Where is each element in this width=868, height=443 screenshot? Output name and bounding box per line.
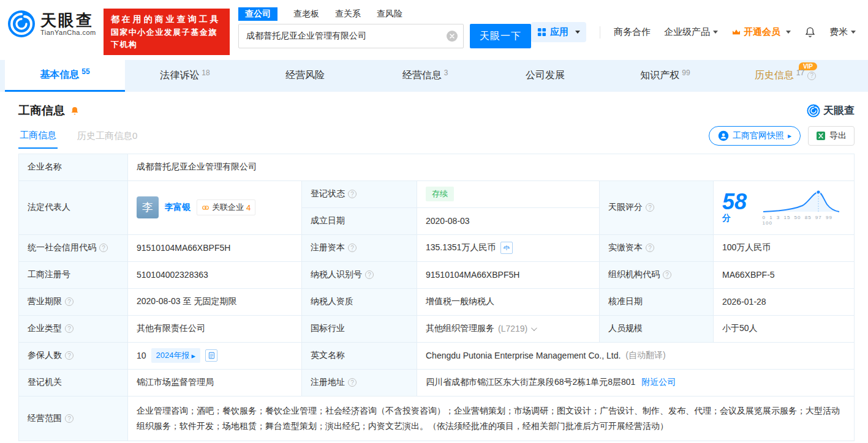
value-text: 增值税一般纳税人 (426, 296, 494, 307)
excel-icon (816, 131, 826, 141)
related-companies-count: 4 (246, 203, 251, 212)
help-icon[interactable]: ? (646, 203, 654, 212)
help-icon[interactable]: ? (663, 270, 671, 279)
help-icon[interactable]: ? (65, 351, 74, 360)
staff-size-label: 人员规模 (600, 316, 714, 343)
legal-rep-name-link[interactable]: 李富银 (165, 202, 191, 213)
industry-value[interactable]: 其他组织管理服务 (L7219) (417, 316, 600, 343)
insured-count-label: 参保人数 ? (19, 343, 128, 370)
value-text: 91510104MA66XBPF5H (426, 270, 519, 280)
insured-count-value: 10 2024年报 ▸ (128, 343, 302, 370)
approval-date-value: 2026-01-28 (714, 289, 855, 316)
caret-down-icon (851, 31, 856, 34)
value-text: 其他有限责任公司 (137, 323, 205, 334)
capital-converter-icon[interactable] (500, 242, 513, 254)
score-number: 58 (722, 189, 747, 214)
legal-rep-avatar[interactable]: 李 (137, 196, 159, 218)
help-icon[interactable]: ? (99, 244, 108, 252)
annual-report-icon[interactable] (205, 349, 217, 362)
search-tab-relation[interactable]: 查关系 (335, 7, 361, 21)
chain-link-icon (202, 204, 209, 212)
annual-report-tag[interactable]: 2024年报 ▸ (151, 348, 200, 363)
subtab-history-business-info[interactable]: 历史工商信息0 (76, 124, 138, 148)
search-input[interactable] (238, 24, 464, 48)
export-button[interactable]: 导出 (808, 126, 855, 146)
help-icon[interactable]: ? (65, 324, 74, 333)
help-icon[interactable]: ? (65, 297, 74, 306)
tab-label: 历史信息 (755, 69, 794, 82)
label-text: 经营范围 (28, 413, 62, 424)
taxpayer-quality-value: 增值税一般纳税人 (417, 289, 600, 316)
clear-search-icon[interactable] (447, 31, 458, 42)
top-navigation: 应用 商务合作 企业级产品 开通会员 费米 (531, 22, 856, 42)
tab-operating-risk[interactable]: 经营风险 (245, 60, 365, 92)
official-snapshot-button[interactable]: 工商官网快照 ▸ (709, 126, 801, 146)
help-icon[interactable]: ? (365, 270, 374, 279)
enterprise-products-menu[interactable]: 企业级产品 (664, 26, 718, 38)
open-vip-menu[interactable]: 开通会员 (731, 26, 791, 38)
value-text: 100万人民币 (722, 242, 771, 253)
help-icon[interactable]: ? (348, 378, 357, 387)
tab-history-info[interactable]: VIP 历史信息 17 ? (725, 60, 845, 92)
help-icon[interactable]: ? (646, 244, 654, 252)
company-name-value: 成都普托尼亚企业管理有限公司 (128, 154, 855, 181)
establish-date-value: 2020-08-03 (417, 208, 600, 235)
reg-number-value: 510104002328363 (128, 262, 302, 289)
approval-date-label: 核准日期 (600, 289, 714, 316)
subscribe-bell-icon[interactable] (70, 106, 80, 116)
nearby-companies-link[interactable]: 附近公司 (641, 377, 676, 388)
related-companies-label: 关联企业 (212, 202, 244, 213)
notifications-bell[interactable] (804, 26, 816, 38)
tab-label: 经营信息 (402, 69, 442, 82)
tianyancha-logo[interactable]: 天眼查 TianYanCha.com (7, 10, 96, 38)
help-icon[interactable]: ? (807, 72, 816, 80)
tab-company-development[interactable]: 公司发展 (485, 60, 605, 92)
search-tab-risk[interactable]: 查风险 (377, 7, 402, 21)
page-header: 天眼查 TianYanCha.com 都在用的商业查询工具 国家中小企业发展子基… (0, 0, 868, 60)
value-text: 10 (137, 351, 146, 360)
org-code-value: MA66XBPF-5 (714, 262, 855, 289)
value-text: Chengdu Putonia Enterprise Management Co… (426, 351, 621, 360)
score-axis-labels: 0 1 3 15 50 85 97 99 100 (762, 215, 845, 226)
caret-down-icon (786, 31, 791, 34)
user-name: 费米 (829, 26, 848, 38)
tab-count: 99 (682, 69, 690, 77)
crown-icon (731, 28, 741, 37)
search-button[interactable]: 天眼一下 (470, 24, 531, 48)
tab-legal-proceedings[interactable]: 法律诉讼 18 (125, 60, 245, 92)
business-scope-value: 企业管理咨询；酒吧；餐饮服务；餐饮企业管理；社会经济咨询（不含投资咨询）；企业营… (128, 396, 855, 441)
apps-menu[interactable]: 应用 (531, 22, 586, 42)
banner-line1: 都在用的商业查询工具 (111, 13, 222, 26)
value-text: 2020-08-03 (426, 216, 470, 226)
tab-intellectual-property[interactable]: 知识产权 99 (605, 60, 725, 92)
subtab-business-info[interactable]: 工商信息 (18, 124, 58, 149)
nav-divider (600, 26, 600, 39)
tab-basic-info[interactable]: 基本信息 55 (5, 60, 125, 92)
help-icon[interactable]: ? (348, 190, 357, 198)
paid-capital-label: 实缴资本 ? (600, 235, 714, 262)
company-detail-tabbar: 基本信息 55 法律诉讼 18 经营风险 经营信息 3 公司发展 知识产权 99… (0, 60, 868, 92)
english-name-value: Chengdu Putonia Enterprise Management Co… (417, 343, 855, 370)
help-icon[interactable]: ? (348, 244, 357, 252)
score-distribution-chart[interactable]: 0 1 3 15 50 85 97 99 100 (762, 190, 845, 226)
related-companies-tag[interactable]: 关联企业 4 (197, 199, 255, 215)
logo-title: 天眼查 (40, 12, 96, 29)
label-text: 参保人数 (28, 350, 62, 361)
caret-down-icon (575, 31, 580, 34)
apps-menu-label: 应用 (550, 26, 568, 38)
help-icon[interactable]: ? (65, 414, 74, 423)
label-text: 纳税人识别号 (311, 269, 362, 280)
tab-label: 经营风险 (285, 69, 325, 82)
tab-operating-info[interactable]: 经营信息 3 (365, 60, 485, 92)
business-cooperation-link[interactable]: 商务合作 (614, 26, 651, 38)
business-scope-label: 经营范围 ? (19, 396, 128, 441)
credit-code-label: 统一社会信用代码 ? (19, 235, 128, 262)
user-account-menu[interactable]: 费米 (829, 26, 856, 38)
chevron-down-icon[interactable] (531, 325, 537, 331)
arrow-right-icon: ▸ (192, 351, 196, 360)
watermark-logo: 天眼查 (807, 103, 855, 117)
label-text: 法定代表人 (28, 202, 70, 213)
search-tab-company[interactable]: 查公司 (238, 7, 277, 21)
export-label: 导出 (829, 130, 847, 141)
search-tab-boss[interactable]: 查老板 (293, 7, 319, 21)
